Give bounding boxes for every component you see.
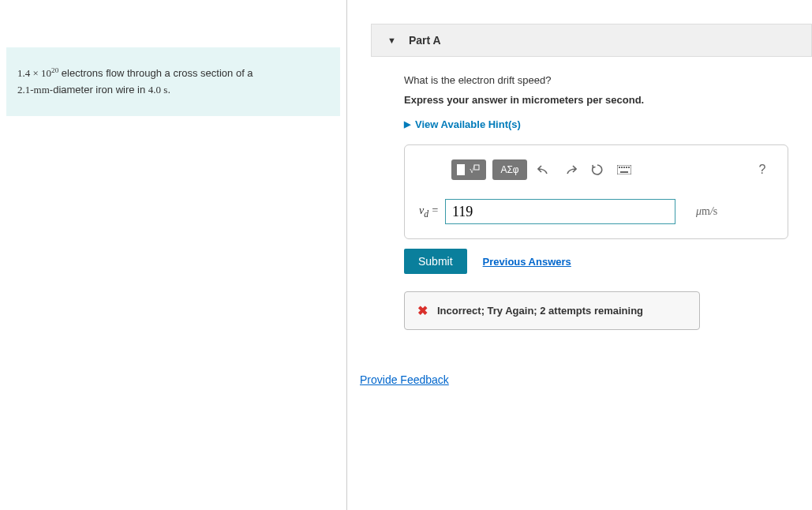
help-button[interactable]: ? [751,159,773,180]
symbols-tool-button[interactable]: ΑΣφ [492,159,527,180]
feedback-box: ✖ Incorrect; Try Again; 2 attempts remai… [404,291,700,330]
part-header[interactable]: ▼ Part A [371,24,812,57]
undo-button[interactable] [533,159,555,180]
unit-label: μm/s [696,205,717,218]
keyboard-icon [617,165,631,174]
svg-rect-3 [617,165,631,174]
answer-input[interactable] [445,199,675,224]
problem-pane: 1.4 × 1020 electrons flow through a cros… [0,0,347,510]
undo-icon [537,164,550,175]
input-row: vd = μm/s [419,199,773,224]
hints-label: View Available Hint(s) [415,118,521,130]
svg-rect-6 [623,167,625,168]
redo-button[interactable] [559,159,582,180]
answer-pane: ▼ Part A What is the electron drift spee… [347,0,812,510]
button-row: Submit Previous Answers [404,249,788,274]
problem-statement: 1.4 × 1020 electrons flow through a cros… [6,47,340,116]
format-toolbar: √ ΑΣφ ? [419,159,773,180]
variable-label: vd = [419,204,439,219]
previous-answers-link[interactable]: Previous Answers [483,256,571,268]
feedback-text: Incorrect; Try Again; 2 attempts remaini… [437,305,643,317]
keyboard-button[interactable] [613,159,635,180]
svg-rect-9 [620,171,628,173]
reset-button[interactable] [586,159,608,180]
provide-feedback-link[interactable]: Provide Feedback [360,373,449,386]
template-tool-button[interactable]: √ [451,159,486,180]
svg-rect-0 [457,164,465,175]
question-text: What is the electron drift speed? [404,74,788,86]
part-title: Part A [409,34,441,47]
svg-rect-4 [619,167,620,168]
answer-area: √ ΑΣφ ? [404,144,788,239]
view-hints-link[interactable]: ▶ View Available Hint(s) [404,118,788,130]
chevron-right-icon: ▶ [404,119,410,129]
submit-button[interactable]: Submit [404,249,467,274]
svg-rect-8 [628,167,630,168]
svg-rect-7 [626,167,627,168]
reset-icon [591,163,604,176]
svg-rect-2 [474,165,479,170]
template-icon: √ [457,164,481,175]
instruction-text: Express your answer in micrometers per s… [404,94,788,106]
incorrect-icon: ✖ [417,303,428,318]
redo-icon [564,164,577,175]
svg-rect-5 [621,167,623,168]
collapse-icon: ▼ [387,36,396,45]
